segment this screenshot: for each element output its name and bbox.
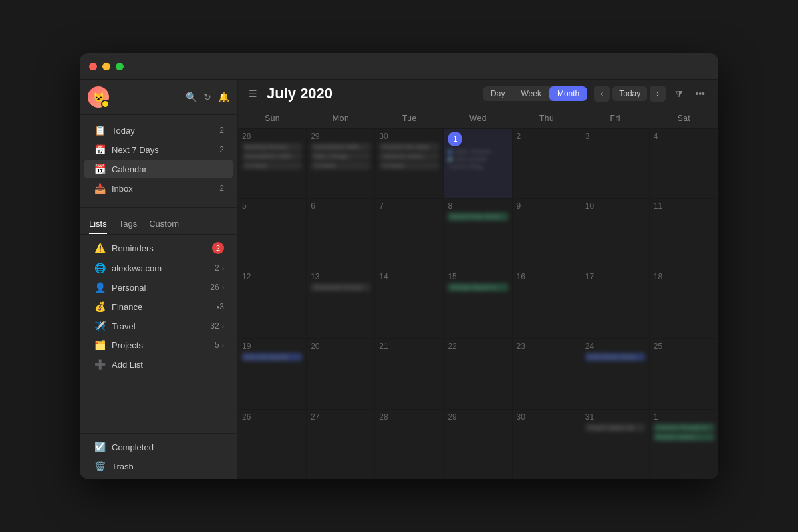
- sidebar-item-calendar[interactable]: 📆 Calendar: [84, 160, 233, 178]
- sidebar-item-next7days[interactable]: 📅 Next 7 Days 2: [84, 140, 233, 159]
- day-cell[interactable]: 19 Pay next quarter: [238, 339, 307, 408]
- today-button[interactable]: Today: [612, 86, 647, 101]
- prev-button[interactable]: ‹: [594, 86, 610, 102]
- day-cell[interactable]: 30: [513, 410, 581, 479]
- day-cell[interactable]: 26: [238, 410, 307, 479]
- sidebar-item-completed[interactable]: ☑️ Completed: [84, 438, 233, 456]
- day-cell[interactable]: 16: [513, 269, 581, 338]
- day-cell[interactable]: 28: [375, 410, 444, 479]
- day-cell[interactable]: 30 Practice the class Advance notice... …: [375, 129, 444, 198]
- day-cell-today[interactable]: 1 Task: Chance Sub-Answer Launch thing..…: [444, 129, 512, 198]
- cal-event[interactable]: Somewhere With...: [311, 143, 370, 151]
- alexkwa-label: alexkwa.com: [112, 263, 209, 273]
- cal-event[interactable]: Achieve Thought ●: [654, 424, 714, 432]
- cal-event[interactable]: Pay next quarter: [242, 353, 302, 361]
- day-cell[interactable]: 29 Somewhere With... Take Charge... +3 M…: [307, 129, 375, 198]
- sidebar-item-reminders[interactable]: ⚠️ Reminders 2: [84, 238, 233, 258]
- cal-event[interactable]: Placement Survey: [311, 283, 370, 291]
- cal-event[interactable]: Take Charge...: [311, 152, 370, 160]
- day-cell[interactable]: 2: [513, 129, 581, 198]
- day-cell[interactable]: 29: [444, 410, 512, 479]
- day-cell[interactable]: 28 Backlog Review... Somewhere With... +…: [238, 129, 307, 198]
- close-button[interactable]: [89, 63, 97, 70]
- calendar-grid: Sun Mon Tue Wed Thu Fri Sat 28 Backlog R…: [238, 108, 718, 479]
- sidebar-item-travel[interactable]: ✈️ Travel 32 ›: [84, 317, 233, 335]
- day-cell[interactable]: 7: [375, 199, 444, 268]
- day-cell[interactable]: 18: [650, 269, 718, 338]
- day-cell[interactable]: 17: [581, 269, 650, 338]
- cal-event[interactable]: +4 More: [242, 162, 302, 170]
- day-number: 14: [379, 272, 439, 281]
- sidebar-item-add-list[interactable]: ➕ Add List: [84, 355, 233, 374]
- cal-event[interactable]: Launch thing...: [448, 163, 507, 170]
- more-options-icon[interactable]: •••: [692, 86, 708, 102]
- minimize-button[interactable]: [102, 63, 110, 70]
- view-day-button[interactable]: Day: [483, 86, 513, 101]
- day-cell[interactable]: 13 Placement Survey: [307, 269, 375, 338]
- cal-event[interactable]: +4 More: [379, 162, 439, 170]
- sidebar-item-inbox[interactable]: 📥 Inbox 2: [84, 179, 233, 198]
- day-cell[interactable]: 24 8:00 Dinner Show: [581, 339, 650, 408]
- bell-icon[interactable]: 🔔: [218, 92, 229, 102]
- day-cell[interactable]: 3: [581, 129, 650, 198]
- maximize-button[interactable]: [116, 63, 124, 70]
- day-cell[interactable]: 8 Branch Plan Show: [444, 199, 512, 268]
- search-icon[interactable]: 🔍: [186, 92, 197, 102]
- day-cell[interactable]: 15 Orange Report ●: [444, 269, 512, 338]
- day-cell[interactable]: 20: [307, 339, 375, 408]
- cal-event[interactable]: Advance notice...: [379, 152, 439, 160]
- day-cell[interactable]: 1 Achieve Thought ● Realize station...: [650, 410, 718, 479]
- day-number: 31: [585, 412, 645, 422]
- cal-event[interactable]: 8:00 Dinner Show: [585, 353, 645, 361]
- cal-event[interactable]: Somewhere With...: [242, 152, 302, 160]
- day-number: 18: [654, 272, 714, 281]
- week-row-3: 12 13 Placement Survey 14 15 Orange Repo…: [238, 269, 718, 339]
- sidebar-item-alexkwa[interactable]: 🌐 alexkwa.com 2 ›: [84, 259, 233, 277]
- day-cell[interactable]: 6: [307, 199, 375, 268]
- cal-event[interactable]: Branch Plan Show: [448, 213, 507, 221]
- day-cell[interactable]: 4: [650, 129, 718, 198]
- cal-event[interactable]: +3 More: [311, 162, 370, 170]
- day-cell[interactable]: 12: [238, 269, 307, 338]
- filter-icon[interactable]: ⧩: [672, 86, 686, 102]
- sidebar-item-finance[interactable]: 💰 Finance ● 3: [84, 297, 233, 316]
- view-month-button[interactable]: Month: [549, 86, 587, 101]
- tab-custom[interactable]: Custom: [149, 216, 179, 234]
- avatar[interactable]: 🐱 ⚡: [88, 86, 109, 108]
- day-cell[interactable]: 9: [513, 199, 581, 268]
- day-cell[interactable]: 31 Preach station all: [581, 410, 650, 479]
- day-cell[interactable]: 27: [307, 410, 375, 479]
- cal-event[interactable]: Practice the class: [379, 143, 439, 151]
- cal-event[interactable]: Realize station...: [654, 433, 714, 441]
- sidebar-item-projects[interactable]: 🗂️ Projects 5 ›: [84, 336, 233, 354]
- tab-lists[interactable]: Lists: [89, 216, 107, 234]
- day-cell[interactable]: 21: [375, 339, 444, 408]
- week-row-2: 5 6 7 8 Branch Plan Show 9: [238, 199, 718, 269]
- day-cell[interactable]: 5: [238, 199, 307, 268]
- refresh-icon[interactable]: ↻: [203, 92, 211, 102]
- day-cell[interactable]: 22: [444, 339, 512, 408]
- sidebar-item-today[interactable]: 📋 Today 2: [84, 121, 233, 140]
- day-cell[interactable]: 14: [375, 269, 444, 338]
- cal-event[interactable]: Preach station all: [585, 424, 645, 432]
- day-cell[interactable]: 11: [650, 199, 718, 268]
- cal-event[interactable]: Sub-Answer: [448, 156, 507, 162]
- sidebar-footer: ☑️ Completed 🗑️ Trash: [80, 426, 237, 479]
- finance-count: 3: [219, 302, 224, 311]
- hamburger-icon[interactable]: ☰: [249, 88, 257, 99]
- day-cell[interactable]: 10: [581, 199, 650, 268]
- cal-event[interactable]: Backlog Review...: [242, 143, 302, 151]
- sidebar-item-trash[interactable]: 🗑️ Trash: [84, 457, 233, 475]
- tab-tags[interactable]: Tags: [119, 216, 137, 234]
- view-week-button[interactable]: Week: [513, 86, 549, 101]
- day-number: 20: [311, 342, 370, 351]
- cal-event[interactable]: Orange Report ●: [448, 283, 507, 291]
- next-button[interactable]: ›: [650, 86, 666, 102]
- sidebar-divider-1: [80, 207, 237, 208]
- sidebar-item-personal[interactable]: 👤 Personal 26 ›: [84, 278, 233, 297]
- projects-label: Projects: [112, 340, 209, 350]
- completed-icon: ☑️: [93, 442, 106, 452]
- cal-event[interactable]: Task: Chance: [448, 148, 507, 155]
- day-cell[interactable]: 23: [513, 339, 581, 408]
- day-cell[interactable]: 25: [650, 339, 718, 408]
